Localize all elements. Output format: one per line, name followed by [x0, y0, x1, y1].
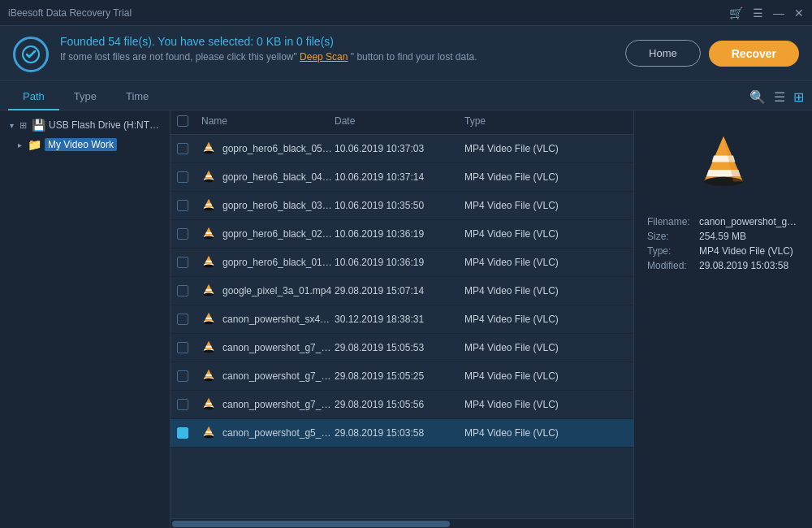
vlc-icon: [201, 197, 218, 214]
folder-label: My Video Work: [45, 138, 117, 151]
home-button[interactable]: Home: [625, 40, 701, 67]
table-row[interactable]: canon_powershot_g7_x_mark... 29.08.2019 …: [171, 362, 633, 391]
recover-button[interactable]: Recover: [709, 41, 799, 67]
file-checkbox[interactable]: [177, 370, 188, 382]
file-checkbox[interactable]: [177, 427, 188, 439]
found-files-text: Founded 54 file(s). You have selected: 0…: [60, 35, 477, 48]
col-type[interactable]: Type: [464, 115, 627, 129]
table-row[interactable]: gopro_hero6_black_01.mp4 10.06.2019 10:3…: [171, 249, 633, 277]
file-type: MP4 Video File (VLC): [464, 200, 627, 211]
file-checkbox[interactable]: [177, 342, 188, 353]
vlc-icon: [201, 311, 218, 327]
file-type: MP4 Video File (VLC): [464, 399, 627, 410]
file-checkbox[interactable]: [177, 228, 188, 240]
type-value: MP4 Video File (VLC): [699, 245, 793, 257]
close-icon[interactable]: ✕: [794, 6, 804, 19]
table-row[interactable]: gopro_hero6_black_03.mp4 10.06.2019 10:3…: [171, 192, 633, 220]
info-modified-row: Modified: 29.08.2019 15:03:58: [647, 260, 799, 271]
tab-time[interactable]: Time: [111, 84, 163, 110]
vlc-icon: [201, 283, 218, 299]
file-checkbox[interactable]: [177, 143, 188, 154]
svg-marker-6: [205, 175, 212, 177]
file-checkbox[interactable]: [177, 200, 188, 211]
app-title: iBeesoft Data Recovery Trial: [8, 7, 729, 19]
deep-scan-link[interactable]: Deep Scan: [300, 51, 348, 63]
vlc-icon: [201, 425, 218, 441]
svg-point-28: [204, 322, 214, 325]
file-name: gopro_hero6_black_03.mp4: [222, 200, 335, 211]
table-row[interactable]: gopro_hero6_black_02.mp4 10.06.2019 10:3…: [171, 220, 633, 249]
scrollbar-thumb[interactable]: [172, 521, 450, 527]
file-name: canon_powershot_g7_x_mark...: [222, 399, 335, 410]
file-name: google_pixel_3a_01.mp4: [222, 285, 331, 296]
main-area: ▾ ⊞ 💾 USB Flash Drive (H:NTFS) ▸ 📁 My Vi…: [0, 110, 812, 528]
menu-icon[interactable]: ☰: [753, 6, 763, 19]
file-name-cell: google_pixel_3a_01.mp4: [201, 283, 335, 299]
preview-file-icon: [687, 127, 760, 200]
col-name[interactable]: Name: [201, 115, 335, 129]
file-date: 10.06.2019 10:37:14: [335, 171, 464, 183]
tab-bar: Path Type Time: [8, 84, 163, 110]
table-row[interactable]: gopro_hero6_black_05.mp4 10.06.2019 10:3…: [171, 135, 633, 163]
file-name: canon_powershot_g7_x_mark...: [222, 370, 335, 382]
table-row[interactable]: google_pixel_3a_01.mp4 29.08.2019 15:07:…: [171, 277, 633, 305]
col-date[interactable]: Date: [335, 115, 464, 129]
file-list: gopro_hero6_black_05.mp4 10.06.2019 10:3…: [171, 135, 633, 518]
titlebar: iBeesoft Data Recovery Trial 🛒 ☰ — ✕: [0, 0, 812, 26]
svg-marker-26: [205, 318, 212, 319]
subtitle-prefix: If some lost files are not found, please…: [60, 51, 297, 63]
file-checkbox[interactable]: [177, 171, 188, 183]
vlc-icon: [201, 340, 218, 356]
file-date: 10.06.2019 10:36:19: [335, 257, 464, 268]
file-checkbox[interactable]: [177, 257, 188, 268]
select-all-checkbox[interactable]: [177, 115, 188, 127]
table-row[interactable]: gopro_hero6_black_04.mp4 10.06.2019 10:3…: [171, 163, 633, 192]
sidebar-item-drive[interactable]: ▾ ⊞ 💾 USB Flash Drive (H:NTFS): [0, 115, 170, 135]
info-type-row: Type: MP4 Video File (VLC): [647, 245, 799, 257]
file-date: 29.08.2019 15:03:58: [335, 427, 464, 439]
file-date: 29.08.2019 15:05:53: [335, 342, 464, 353]
folder-arrow: ▸: [15, 140, 24, 149]
file-checkbox[interactable]: [177, 399, 188, 410]
file-name: gopro_hero6_black_01.mp4: [222, 257, 335, 268]
svg-point-8: [204, 180, 214, 183]
col-checkbox: [177, 115, 201, 129]
file-checkbox[interactable]: [177, 285, 188, 296]
vlc-icon: [201, 141, 218, 157]
horizontal-scrollbar[interactable]: [171, 518, 633, 528]
file-date: 29.08.2019 15:05:25: [335, 370, 464, 382]
file-name: gopro_hero6_black_04.mp4: [222, 171, 335, 183]
sidebar-item-video-work[interactable]: ▸ 📁 My Video Work: [8, 135, 170, 154]
svg-marker-10: [205, 204, 212, 206]
tab-path[interactable]: Path: [8, 84, 59, 110]
table-row[interactable]: canon_powershot_sx420_is_0... 30.12.2019…: [171, 305, 633, 334]
file-date: 10.06.2019 10:37:03: [335, 143, 464, 154]
file-type: MP4 Video File (VLC): [464, 171, 627, 183]
vlc-icon: [201, 226, 218, 242]
svg-point-36: [204, 379, 214, 382]
type-label: Type:: [647, 245, 694, 257]
store-icon[interactable]: 🛒: [729, 6, 743, 19]
file-type: MP4 Video File (VLC): [464, 427, 627, 439]
grid-view-icon[interactable]: ⊞: [793, 89, 804, 105]
file-name-cell: gopro_hero6_black_05.mp4: [201, 141, 335, 157]
header-info: Founded 54 file(s). You have selected: 0…: [13, 35, 477, 72]
file-checkbox[interactable]: [177, 314, 188, 325]
file-name-cell: gopro_hero6_black_01.mp4: [201, 254, 335, 270]
file-name-cell: canon_powershot_g7_x_mark...: [201, 368, 335, 384]
minimize-icon[interactable]: —: [773, 6, 784, 19]
file-date: 30.12.2019 18:38:31: [335, 314, 464, 325]
svg-point-12: [204, 208, 214, 211]
table-row[interactable]: canon_powershot_g7_x_mark... 29.08.2019 …: [171, 334, 633, 362]
subtitle-suffix: " button to find your lost data.: [351, 51, 477, 63]
file-name-cell: canon_powershot_g7_x_mark...: [201, 340, 335, 356]
list-view-icon[interactable]: ☰: [774, 89, 785, 105]
toolbar: Path Type Time 🔍 ☰ ⊞: [0, 81, 812, 110]
table-row[interactable]: canon_powershot_g7_x_mark... 29.08.2019 …: [171, 391, 633, 419]
table-row[interactable]: canon_powershot_g5_x_mark... 29.08.2019 …: [171, 419, 633, 448]
search-icon[interactable]: 🔍: [749, 89, 766, 105]
vlc-icon: [201, 396, 218, 413]
tab-type[interactable]: Type: [59, 84, 111, 110]
preview-panel: Filename: canon_powershot_g5_x_... Size:…: [633, 110, 812, 528]
file-type: MP4 Video File (VLC): [464, 370, 627, 382]
